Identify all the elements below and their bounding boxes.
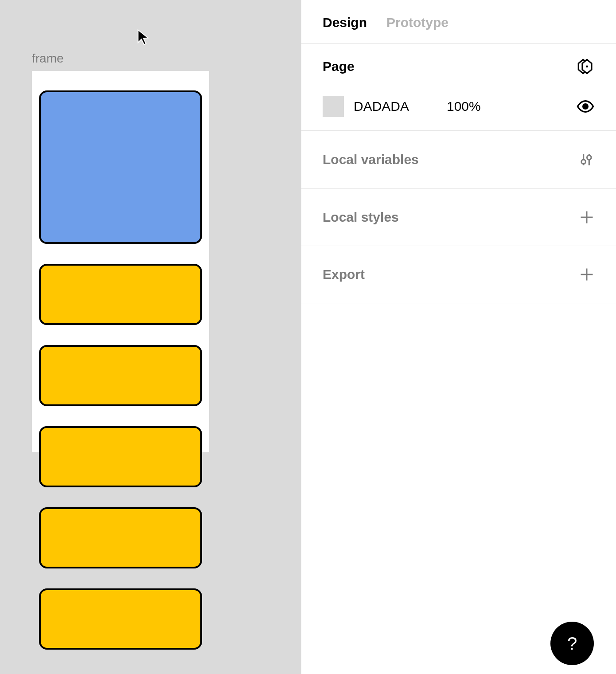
export-section: Export [301, 246, 616, 303]
svg-point-5 [581, 160, 586, 164]
canvas-shape-yellow[interactable] [39, 345, 202, 406]
local-styles-section: Local styles [301, 189, 616, 246]
tab-prototype[interactable]: Prototype [386, 15, 448, 30]
settings-sliders-icon[interactable] [578, 151, 595, 168]
page-fill-row: DADADA 100% [323, 96, 595, 117]
canvas-shape-yellow[interactable] [39, 426, 202, 487]
shape-stack [39, 90, 202, 650]
local-styles-title: Local styles [323, 210, 399, 225]
visibility-toggle[interactable] [576, 97, 595, 116]
inspector-tabs: Design Prototype [301, 0, 616, 44]
svg-point-7 [587, 156, 592, 160]
plus-icon[interactable] [579, 209, 595, 225]
canvas-shape-yellow[interactable] [39, 507, 202, 568]
page-section-title: Page [323, 59, 355, 74]
svg-point-3 [583, 104, 588, 109]
local-variables-title: Local variables [323, 152, 419, 167]
canvas[interactable]: frame [0, 0, 301, 674]
canvas-shape-blue[interactable] [39, 90, 202, 244]
fill-opacity[interactable]: 100% [447, 99, 481, 114]
plus-icon[interactable] [579, 266, 595, 282]
cursor-icon [137, 29, 151, 47]
canvas-shape-yellow[interactable] [39, 264, 202, 325]
frame-label[interactable]: frame [32, 51, 64, 66]
variable-icon[interactable] [576, 57, 595, 76]
app-root: frame Design Prototype Page [0, 0, 616, 674]
svg-point-2 [586, 66, 588, 68]
canvas-shape-yellow[interactable] [39, 588, 202, 650]
page-section: Page DADADA 100% [301, 44, 616, 131]
local-variables-section: Local variables [301, 131, 616, 189]
help-button[interactable]: ? [550, 622, 594, 665]
fill-hex[interactable]: DADADA [354, 99, 447, 114]
fill-swatch[interactable] [323, 96, 344, 117]
tab-design[interactable]: Design [323, 15, 367, 30]
inspector-panel: Design Prototype Page DADADA 100% [301, 0, 616, 674]
export-title: Export [323, 267, 365, 282]
